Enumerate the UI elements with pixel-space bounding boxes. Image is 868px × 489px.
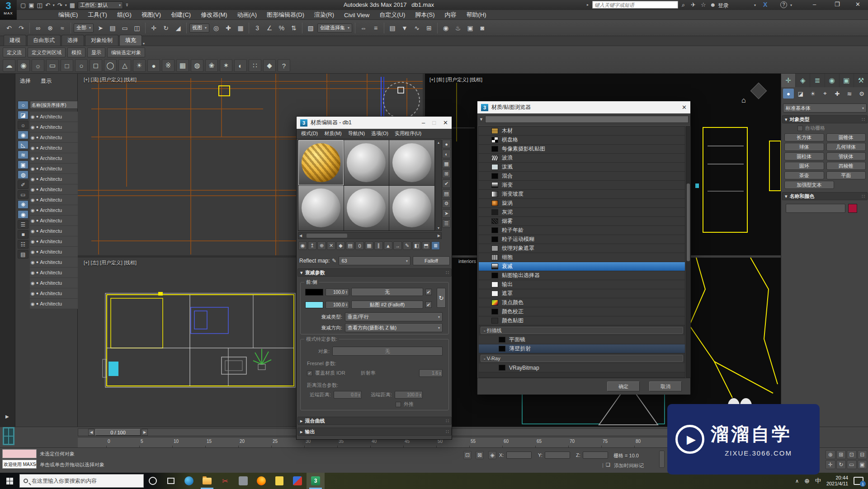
- explorer-row[interactable]: ◉●Architectu: [30, 184, 78, 195]
- visibility-eye-icon[interactable]: ◉: [31, 187, 35, 192]
- map-item-颜色贴图[interactable]: 颜色贴图: [479, 316, 685, 325]
- map-item-渐变[interactable]: 渐变: [479, 181, 685, 190]
- filter-geometry-icon[interactable]: ○: [18, 101, 28, 109]
- material-navigator-icon[interactable]: ☰: [442, 219, 451, 228]
- ball-icon[interactable]: ◍: [191, 59, 203, 72]
- align-icon[interactable]: ≡: [370, 23, 381, 33]
- rendered-frame-icon[interactable]: ▣: [465, 23, 476, 33]
- help-icon[interactable]: ?: [780, 1, 787, 8]
- map-type-button[interactable]: Falloff: [413, 256, 450, 265]
- triangle-icon[interactable]: △: [118, 59, 131, 72]
- block-icon[interactable]: ■: [18, 230, 28, 239]
- put-to-library-icon[interactable]: ▤: [346, 241, 354, 250]
- help-caret-icon[interactable]: ▾: [790, 3, 792, 7]
- field-of-view-icon[interactable]: ⊟: [858, 450, 868, 459]
- explorer-row[interactable]: ◉●Architectu: [30, 143, 78, 153]
- square-icon[interactable]: □: [61, 59, 73, 72]
- cat-shapes[interactable]: ◪: [795, 89, 806, 99]
- dialog-close-icon[interactable]: ✕: [682, 104, 687, 111]
- task-view-icon[interactable]: [162, 473, 180, 489]
- menu-item-动画(A)[interactable]: 动画(A): [233, 10, 261, 20]
- visibility-eye-icon[interactable]: ◉: [31, 166, 35, 171]
- snipping-tool-icon[interactable]: ✂: [216, 473, 234, 489]
- map-item-烟雾[interactable]: 烟雾: [479, 217, 685, 226]
- rect-icon[interactable]: ▭: [46, 59, 59, 72]
- bind-spacewarp-icon[interactable]: ≈: [57, 23, 68, 33]
- primitive-button-圆柱体[interactable]: 圆柱体: [784, 152, 824, 160]
- render-setup-icon[interactable]: ♨: [453, 23, 463, 33]
- explorer-row[interactable]: ◉●Architectu: [30, 132, 78, 143]
- visibility-eye-icon[interactable]: ◉: [31, 177, 35, 182]
- layer-manager-icon[interactable]: ▤: [387, 23, 398, 33]
- selection-filter-dropdown[interactable]: 全部▾: [74, 24, 94, 33]
- edit-named-selections-icon[interactable]: ▧: [305, 23, 316, 33]
- frozen-dot-icon[interactable]: ●: [36, 114, 38, 119]
- filter-bone-icon[interactable]: ✐: [18, 180, 28, 189]
- viewport-front-label[interactable]: [+] [前] [用户定义] [线框]: [429, 76, 482, 83]
- redo-icon[interactable]: ↷: [16, 23, 27, 33]
- ribbon-tab-选择[interactable]: 选择: [61, 35, 84, 46]
- primitive-button-几何球体[interactable]: 几何球体: [826, 143, 866, 151]
- scroll-right-icon[interactable]: ▶: [438, 234, 440, 238]
- me-menu-材质(M)[interactable]: 材质(M): [321, 129, 344, 138]
- menu-item-编辑(E)[interactable]: 编辑(E): [54, 10, 82, 20]
- side-amount-spinner[interactable]: 100.0▲▼: [326, 301, 349, 309]
- scatter-icon[interactable]: ※: [162, 59, 175, 72]
- frozen-dot-icon[interactable]: ●: [36, 146, 38, 150]
- explorer-row[interactable]: ◉●Architectu: [30, 257, 78, 268]
- notes-app-icon[interactable]: [270, 473, 288, 489]
- z-coordinate-field[interactable]: [583, 451, 608, 459]
- explorer-row[interactable]: ◉●Architectu: [30, 247, 78, 257]
- viewcube-home-icon[interactable]: ⌂: [741, 96, 746, 104]
- frozen-dot-icon[interactable]: ●: [36, 166, 38, 171]
- backlight-icon[interactable]: ◐: [442, 150, 451, 158]
- menu-item-帮助(H)[interactable]: 帮助(H): [462, 10, 491, 20]
- autogrid-checkbox[interactable]: [797, 126, 803, 131]
- browser-options-icon[interactable]: ▼: [479, 117, 483, 122]
- sign-in-button[interactable]: 登录: [718, 2, 729, 9]
- object-type-rollout[interactable]: ▾ 对象类型 ∷: [782, 115, 868, 123]
- undo-dropdown-icon[interactable]: ▾: [53, 3, 55, 7]
- go-to-sibling-icon[interactable]: →: [393, 241, 402, 250]
- network-icon[interactable]: ⊕: [804, 477, 810, 484]
- side-map-button[interactable]: 贴图 #2 (Falloff): [351, 301, 423, 309]
- sample-slot[interactable]: [344, 140, 389, 185]
- favorites-star-icon[interactable]: ☆: [701, 1, 706, 8]
- cat-helpers[interactable]: ✚: [832, 89, 843, 99]
- frozen-dot-icon[interactable]: ●: [36, 218, 38, 223]
- schematic-view-icon[interactable]: ⊞: [424, 23, 434, 33]
- map-item-木材[interactable]: 木材: [479, 127, 685, 136]
- filter-spacewarps-icon[interactable]: ≋: [18, 150, 28, 159]
- cortana-icon[interactable]: [144, 473, 162, 489]
- viewport-left-label[interactable]: [+] [左] [用户定义] [线框]: [84, 259, 137, 266]
- visibility-eye-icon[interactable]: ◉: [31, 156, 35, 161]
- map-item-平面镜[interactable]: 平面镜: [479, 335, 685, 344]
- go-to-parent-icon[interactable]: ▲: [384, 241, 392, 250]
- make-preview-icon[interactable]: ▤: [442, 189, 451, 198]
- explorer-menu-display[interactable]: 显示: [41, 77, 52, 85]
- tray-expand-icon[interactable]: ∧: [795, 478, 799, 484]
- explorer-row[interactable]: ◉●Architectu: [30, 299, 78, 309]
- primitive-button-平面[interactable]: 平面: [826, 171, 866, 179]
- viewport-camera-label[interactable]: interiors: [458, 259, 476, 264]
- map-item-粒子运动模糊[interactable]: 粒子运动模糊: [479, 235, 685, 244]
- populate-tool-编辑选定对象[interactable]: 编辑选定对象: [107, 47, 145, 57]
- map-item-每像素摄影机贴图[interactable]: 每像素摄影机贴图: [479, 145, 685, 154]
- map-section-header[interactable]: - V-Ray: [481, 355, 683, 362]
- show-map-in-viewport-icon[interactable]: ▦: [365, 241, 373, 250]
- workspace-dropdown[interactable]: 工作区: 默认 ▾: [78, 1, 123, 9]
- far-distance-spinner[interactable]: 100.0▲▼: [395, 391, 423, 399]
- map-list-scrollbar[interactable]: [686, 126, 691, 378]
- file-explorer-icon[interactable]: [198, 473, 216, 489]
- map-item-衰减[interactable]: 衰减: [479, 262, 685, 271]
- orbit-icon[interactable]: ↻: [836, 460, 846, 469]
- circle-icon[interactable]: ○: [75, 59, 88, 72]
- select-by-name-icon[interactable]: ▤: [107, 23, 118, 33]
- filter-materials-icon[interactable]: ▣: [18, 160, 28, 169]
- help-search-input[interactable]: [592, 1, 678, 9]
- explorer-row[interactable]: ◉●Architectu: [30, 153, 78, 164]
- use-pivot-icon[interactable]: ◎: [211, 23, 222, 33]
- sample-type-icon[interactable]: ●: [442, 140, 451, 148]
- menu-item-创建(C)[interactable]: 创建(C): [167, 10, 195, 20]
- menu-item-渲染(R)[interactable]: 渲染(R): [310, 10, 338, 20]
